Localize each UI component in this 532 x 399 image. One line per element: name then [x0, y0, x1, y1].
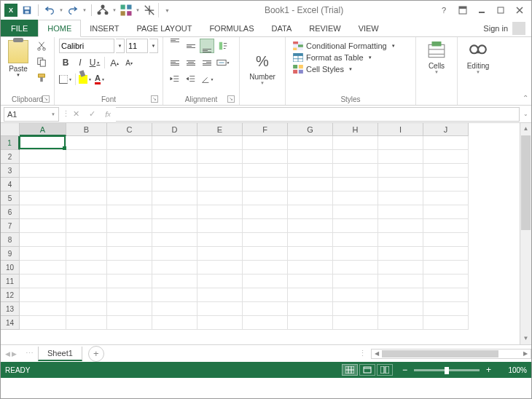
increase-indent-button[interactable] — [184, 72, 198, 87]
increase-fontsize-button[interactable]: A▴ — [108, 55, 121, 70]
alignment-launcher-icon[interactable]: ↘ — [227, 95, 235, 103]
cell[interactable] — [66, 219, 107, 233]
cell[interactable] — [197, 178, 243, 191]
cell[interactable] — [107, 164, 152, 178]
cell[interactable] — [197, 233, 243, 247]
cell[interactable] — [243, 261, 288, 274]
cell[interactable] — [378, 261, 423, 274]
font-color-button[interactable]: A▼ — [93, 72, 106, 87]
cell[interactable] — [20, 150, 66, 164]
enter-formula-icon[interactable]: ✓ — [84, 107, 100, 122]
cell[interactable] — [378, 205, 423, 219]
close-icon[interactable] — [511, 3, 528, 17]
cell[interactable] — [423, 164, 469, 178]
cell[interactable] — [243, 274, 288, 288]
cell[interactable] — [20, 164, 66, 178]
row-header[interactable]: 8 — [1, 233, 20, 247]
scroll-right-icon[interactable]: ▶ — [520, 350, 531, 357]
decrease-indent-button[interactable] — [168, 72, 182, 87]
cell[interactable] — [107, 191, 152, 205]
row-header[interactable]: 11 — [1, 274, 20, 288]
fill-color-button[interactable]: ▼ — [79, 72, 92, 87]
page-break-view-icon[interactable] — [377, 364, 393, 376]
cell[interactable] — [243, 150, 288, 164]
cell[interactable] — [243, 288, 288, 302]
cell[interactable] — [107, 205, 152, 219]
cell[interactable] — [423, 247, 469, 261]
align-top-button[interactable] — [168, 39, 182, 53]
cell[interactable] — [197, 219, 243, 233]
cell[interactable] — [333, 288, 378, 302]
cell[interactable] — [423, 316, 469, 330]
view-tab[interactable]: VIEW — [350, 20, 388, 36]
hscroll-split-icon[interactable]: ⋮ — [354, 349, 371, 358]
cell[interactable] — [197, 302, 243, 316]
align-middle-button[interactable] — [184, 39, 198, 53]
cell[interactable] — [378, 150, 423, 164]
vscroll-thumb[interactable] — [521, 135, 531, 230]
cell[interactable] — [288, 316, 333, 330]
cell[interactable] — [423, 274, 469, 288]
cell[interactable] — [197, 247, 243, 261]
cell[interactable] — [243, 316, 288, 330]
collapse-ribbon-icon[interactable]: ⌃ — [523, 94, 528, 102]
row-header[interactable]: 10 — [1, 261, 20, 274]
underline-button[interactable]: U▼ — [88, 55, 101, 70]
horizontal-scrollbar[interactable]: ◀ ▶ — [371, 349, 531, 359]
font-name-dropdown-icon[interactable]: ▼ — [116, 39, 125, 53]
vertical-scrollbar[interactable]: ▲ ▼ — [520, 123, 531, 344]
column-header[interactable]: E — [197, 123, 243, 136]
home-tab[interactable]: HOME — [38, 20, 81, 37]
align-bottom-button[interactable] — [200, 39, 214, 53]
review-tab[interactable]: REVIEW — [300, 20, 349, 36]
cell[interactable] — [378, 164, 423, 178]
cell[interactable] — [20, 302, 66, 316]
column-header[interactable]: H — [333, 123, 378, 136]
bold-button[interactable]: B — [59, 55, 72, 70]
cell[interactable] — [423, 150, 469, 164]
zoom-level[interactable]: 100% — [498, 366, 527, 374]
orientation-button[interactable]: ▼ — [200, 72, 214, 87]
cell[interactable] — [152, 288, 197, 302]
cell[interactable] — [66, 150, 107, 164]
cells-button[interactable]: Cells ▼ — [420, 39, 453, 95]
cell[interactable] — [66, 205, 107, 219]
cell[interactable] — [288, 205, 333, 219]
help-icon[interactable]: ? — [435, 3, 453, 17]
insert-function-icon[interactable]: fx — [100, 107, 116, 122]
copy-icon[interactable] — [34, 55, 49, 69]
align-right-button[interactable] — [200, 55, 214, 70]
cell[interactable] — [288, 233, 333, 247]
cell[interactable] — [423, 205, 469, 219]
cell[interactable] — [378, 233, 423, 247]
cell[interactable] — [243, 233, 288, 247]
column-header[interactable]: J — [423, 123, 469, 136]
redo-icon[interactable] — [66, 3, 80, 17]
cell[interactable] — [423, 261, 469, 274]
cell[interactable] — [66, 261, 107, 274]
cell[interactable] — [20, 316, 66, 330]
cell-styles-button[interactable]: Cell Styles▼ — [293, 65, 408, 74]
cell[interactable] — [288, 178, 333, 191]
zoom-thumb[interactable] — [445, 367, 449, 374]
column-header[interactable]: G — [288, 123, 333, 136]
cell[interactable] — [288, 302, 333, 316]
cell[interactable] — [197, 261, 243, 274]
merge-center-button[interactable]: ▼ — [216, 55, 230, 70]
decrease-fontsize-button[interactable]: A▾ — [122, 55, 136, 70]
cell[interactable] — [197, 191, 243, 205]
cell[interactable] — [152, 274, 197, 288]
cell[interactable] — [152, 247, 197, 261]
excel-app-icon[interactable]: X — [4, 3, 18, 17]
cell[interactable] — [152, 316, 197, 330]
cell[interactable] — [107, 261, 152, 274]
cell[interactable] — [378, 219, 423, 233]
format-as-table-button[interactable]: Format as Table▼ — [293, 53, 408, 62]
column-header[interactable]: B — [66, 123, 107, 136]
cell[interactable] — [197, 136, 243, 150]
column-header[interactable]: C — [107, 123, 152, 136]
row-header[interactable]: 3 — [1, 164, 20, 178]
cell[interactable] — [107, 178, 152, 191]
cell[interactable] — [20, 274, 66, 288]
cell[interactable] — [423, 288, 469, 302]
